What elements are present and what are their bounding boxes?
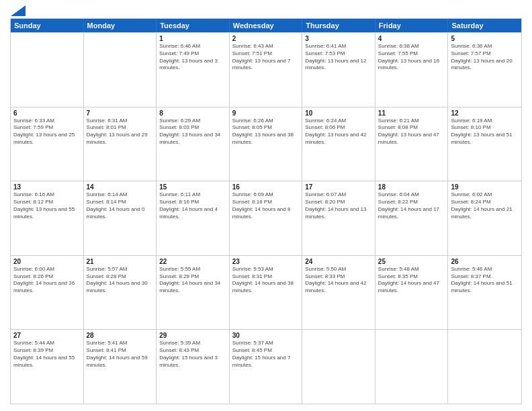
header-day-wednesday: Wednesday: [230, 19, 303, 32]
calendar-cell: 26Sunrise: 5:46 AM Sunset: 8:37 PM Dayli…: [448, 256, 521, 330]
day-info: Sunrise: 5:37 AM Sunset: 8:45 PM Dayligh…: [232, 340, 300, 369]
day-info: Sunrise: 5:55 AM Sunset: 8:29 PM Dayligh…: [159, 266, 226, 295]
calendar-cell: [302, 330, 375, 404]
day-number: 24: [305, 258, 372, 265]
calendar-row-1: 1Sunrise: 6:46 AM Sunset: 7:49 PM Daylig…: [11, 32, 521, 107]
day-number: 3: [305, 35, 372, 42]
calendar-cell: 16Sunrise: 6:09 AM Sunset: 8:18 PM Dayli…: [230, 181, 303, 255]
day-number: 4: [378, 35, 445, 42]
day-number: 17: [305, 183, 372, 191]
day-number: 7: [87, 109, 154, 117]
header: [10, 7, 522, 14]
calendar-cell: 25Sunrise: 5:48 AM Sunset: 8:35 PM Dayli…: [375, 256, 449, 330]
calendar-cell: [84, 33, 157, 107]
day-info: Sunrise: 6:19 AM Sunset: 8:10 PM Dayligh…: [451, 118, 519, 146]
calendar-cell: 7Sunrise: 6:31 AM Sunset: 8:01 PM Daylig…: [84, 107, 157, 181]
calendar-cell: 27Sunrise: 5:44 AM Sunset: 8:39 PM Dayli…: [11, 330, 84, 404]
day-number: 12: [451, 109, 519, 117]
day-info: Sunrise: 6:07 AM Sunset: 8:20 PM Dayligh…: [305, 191, 372, 220]
calendar-cell: 3Sunrise: 6:41 AM Sunset: 7:53 PM Daylig…: [302, 33, 375, 107]
day-info: Sunrise: 5:57 AM Sunset: 8:28 PM Dayligh…: [87, 266, 154, 295]
day-info: Sunrise: 6:11 AM Sunset: 8:16 PM Dayligh…: [159, 191, 226, 220]
day-number: 5: [451, 35, 519, 42]
day-info: Sunrise: 6:00 AM Sunset: 8:26 PM Dayligh…: [13, 266, 81, 295]
day-number: 19: [451, 183, 519, 191]
calendar-cell: 17Sunrise: 6:07 AM Sunset: 8:20 PM Dayli…: [302, 181, 375, 255]
calendar-cell: 22Sunrise: 5:55 AM Sunset: 8:29 PM Dayli…: [157, 256, 230, 330]
calendar-cell: 23Sunrise: 5:53 AM Sunset: 8:31 PM Dayli…: [230, 256, 303, 330]
day-info: Sunrise: 6:02 AM Sunset: 8:24 PM Dayligh…: [451, 191, 519, 220]
page: SundayMondayTuesdayWednesdayThursdayFrid…: [0, 0, 532, 411]
calendar-row-5: 27Sunrise: 5:44 AM Sunset: 8:39 PM Dayli…: [11, 329, 521, 404]
day-info: Sunrise: 5:46 AM Sunset: 8:37 PM Dayligh…: [451, 266, 519, 295]
calendar-header: SundayMondayTuesdayWednesdayThursdayFrid…: [11, 19, 521, 32]
calendar-cell: 9Sunrise: 6:26 AM Sunset: 8:05 PM Daylig…: [230, 107, 303, 181]
day-info: Sunrise: 6:43 AM Sunset: 7:51 PM Dayligh…: [232, 43, 300, 72]
day-info: Sunrise: 6:09 AM Sunset: 8:18 PM Dayligh…: [232, 191, 300, 220]
day-number: 29: [159, 332, 226, 339]
svg-marker-0: [11, 5, 26, 16]
calendar-cell: [448, 330, 521, 404]
day-info: Sunrise: 6:36 AM Sunset: 7:57 PM Dayligh…: [451, 43, 519, 72]
calendar-cell: 4Sunrise: 6:38 AM Sunset: 7:55 PM Daylig…: [375, 33, 449, 107]
calendar-cell: 19Sunrise: 6:02 AM Sunset: 8:24 PM Dayli…: [448, 181, 521, 255]
day-number: 1: [159, 35, 226, 42]
calendar-cell: 20Sunrise: 6:00 AM Sunset: 8:26 PM Dayli…: [11, 256, 84, 330]
day-number: 9: [232, 109, 300, 117]
calendar-cell: 24Sunrise: 5:50 AM Sunset: 8:33 PM Dayli…: [302, 256, 375, 330]
day-info: Sunrise: 6:33 AM Sunset: 7:59 PM Dayligh…: [13, 118, 81, 146]
calendar-cell: 12Sunrise: 6:19 AM Sunset: 8:10 PM Dayli…: [448, 107, 521, 181]
header-day-thursday: Thursday: [302, 19, 375, 32]
calendar-cell: 28Sunrise: 5:41 AM Sunset: 8:41 PM Dayli…: [84, 330, 157, 404]
calendar-cell: 1Sunrise: 6:46 AM Sunset: 7:49 PM Daylig…: [157, 33, 230, 107]
calendar: SundayMondayTuesdayWednesdayThursdayFrid…: [10, 18, 522, 404]
day-number: 6: [13, 109, 81, 117]
day-info: Sunrise: 6:14 AM Sunset: 8:14 PM Dayligh…: [87, 191, 154, 220]
header-day-friday: Friday: [375, 19, 449, 32]
day-number: 2: [232, 35, 300, 42]
day-info: Sunrise: 5:41 AM Sunset: 8:41 PM Dayligh…: [87, 340, 154, 369]
logo: [10, 7, 26, 14]
day-info: Sunrise: 5:39 AM Sunset: 8:43 PM Dayligh…: [159, 340, 226, 369]
header-day-tuesday: Tuesday: [157, 19, 230, 32]
calendar-cell: 18Sunrise: 6:04 AM Sunset: 8:22 PM Dayli…: [375, 181, 449, 255]
day-info: Sunrise: 6:29 AM Sunset: 8:03 PM Dayligh…: [159, 118, 226, 146]
calendar-cell: 5Sunrise: 6:36 AM Sunset: 7:57 PM Daylig…: [448, 33, 521, 107]
day-info: Sunrise: 6:24 AM Sunset: 8:06 PM Dayligh…: [305, 118, 372, 146]
calendar-cell: 10Sunrise: 6:24 AM Sunset: 8:06 PM Dayli…: [302, 107, 375, 181]
calendar-cell: 2Sunrise: 6:43 AM Sunset: 7:51 PM Daylig…: [230, 33, 303, 107]
day-number: 8: [159, 109, 226, 117]
day-number: 13: [13, 183, 81, 191]
calendar-row-2: 6Sunrise: 6:33 AM Sunset: 7:59 PM Daylig…: [11, 107, 521, 181]
calendar-cell: 15Sunrise: 6:11 AM Sunset: 8:16 PM Dayli…: [157, 181, 230, 255]
calendar-row-4: 20Sunrise: 6:00 AM Sunset: 8:26 PM Dayli…: [11, 255, 521, 330]
calendar-cell: [11, 33, 84, 107]
day-number: 18: [378, 183, 445, 191]
day-number: 26: [451, 258, 519, 265]
header-day-sunday: Sunday: [11, 19, 84, 32]
day-info: Sunrise: 6:04 AM Sunset: 8:22 PM Dayligh…: [378, 191, 445, 220]
day-number: 20: [13, 258, 81, 265]
day-number: 11: [378, 109, 445, 117]
day-number: 30: [232, 332, 300, 339]
day-info: Sunrise: 6:46 AM Sunset: 7:49 PM Dayligh…: [159, 43, 226, 72]
day-info: Sunrise: 5:44 AM Sunset: 8:39 PM Dayligh…: [13, 340, 81, 369]
day-number: 16: [232, 183, 300, 191]
day-number: 21: [87, 258, 154, 265]
logo-icon: [11, 5, 26, 16]
day-info: Sunrise: 6:41 AM Sunset: 7:53 PM Dayligh…: [305, 43, 372, 72]
calendar-cell: 30Sunrise: 5:37 AM Sunset: 8:45 PM Dayli…: [230, 330, 303, 404]
calendar-cell: 13Sunrise: 6:16 AM Sunset: 8:12 PM Dayli…: [11, 181, 84, 255]
day-info: Sunrise: 6:16 AM Sunset: 8:12 PM Dayligh…: [13, 191, 81, 220]
day-info: Sunrise: 5:53 AM Sunset: 8:31 PM Dayligh…: [232, 266, 300, 295]
calendar-row-3: 13Sunrise: 6:16 AM Sunset: 8:12 PM Dayli…: [11, 181, 521, 255]
day-info: Sunrise: 6:21 AM Sunset: 8:08 PM Dayligh…: [378, 118, 445, 146]
day-number: 14: [87, 183, 154, 191]
day-number: 22: [159, 258, 226, 265]
day-number: 27: [13, 332, 81, 339]
day-number: 15: [159, 183, 226, 191]
day-info: Sunrise: 6:38 AM Sunset: 7:55 PM Dayligh…: [378, 43, 445, 72]
day-number: 28: [87, 332, 154, 339]
calendar-cell: 11Sunrise: 6:21 AM Sunset: 8:08 PM Dayli…: [375, 107, 449, 181]
calendar-body: 1Sunrise: 6:46 AM Sunset: 7:49 PM Daylig…: [11, 32, 521, 404]
